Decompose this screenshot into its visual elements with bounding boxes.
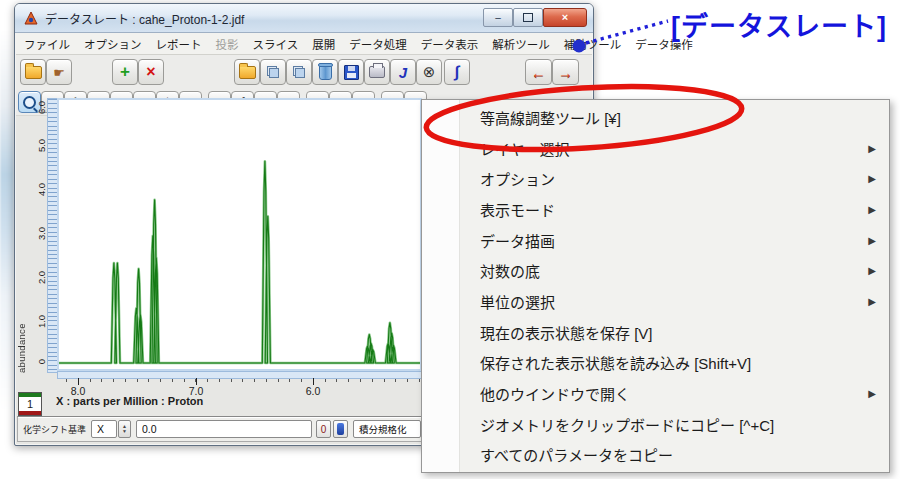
menu-item-copy-geometry[interactable]: ジオメトリをクリップボードにコピー [^+C]: [422, 409, 889, 440]
axis-status-text: X : parts per Million : Proton: [56, 395, 203, 407]
circle-x-icon: ⊗: [423, 63, 436, 81]
menu-data-processing[interactable]: データ処理: [349, 36, 407, 52]
context-menu: 等高線調整ツール [¥] レイヤー選択▶ オプション▶ 表示モード▶ データ描画…: [421, 99, 890, 473]
tools-button[interactable]: J: [390, 59, 416, 85]
menu-item-copy-all-params[interactable]: すべてのパラメータをコピー: [422, 439, 889, 470]
add-layer-button[interactable]: +: [260, 59, 286, 85]
integral-display-button[interactable]: ∫: [444, 59, 470, 85]
blue-pin-icon: [337, 423, 344, 435]
submenu-arrow-icon: ▶: [868, 296, 876, 307]
print-button[interactable]: [364, 59, 390, 85]
menu-data-display[interactable]: データ表示: [421, 36, 479, 52]
x-tick-label: 6.0: [298, 385, 328, 397]
axis-select-spinner[interactable]: ▲▼: [118, 420, 131, 438]
menu-slice[interactable]: スライス: [253, 36, 299, 52]
menu-expand[interactable]: 展開: [312, 36, 335, 52]
open-folder-icon: [25, 66, 42, 79]
discard-button[interactable]: [312, 59, 338, 85]
x-major-tick: [313, 378, 314, 385]
minimize-button[interactable]: –: [483, 8, 513, 27]
menu-item-save-view-state[interactable]: 現在の表示状態を保存 [V]: [422, 317, 889, 348]
menu-analysis-tools[interactable]: 解析ツール: [492, 36, 550, 52]
plus-icon: +: [120, 62, 130, 82]
close-button[interactable]: ×: [543, 8, 587, 27]
layers-add-icon: +: [267, 66, 279, 78]
y-axis-label: abundance: [16, 316, 29, 380]
titlebar[interactable]: データスレート : cahe_Proton-1-2.jdf – ×: [15, 4, 593, 33]
y-tick-label: 5.0: [36, 134, 47, 158]
save-icon: [344, 65, 359, 80]
menu-item-contour-tool[interactable]: 等高線調整ツール [¥]: [422, 102, 889, 133]
menu-item-open-other-window[interactable]: 他のウインドウで開く▶: [422, 378, 889, 409]
menu-item-unit-select[interactable]: 単位の選択▶: [422, 286, 889, 317]
menu-file[interactable]: ファイル: [24, 36, 70, 52]
magnifier-icon: [23, 96, 36, 109]
submenu-arrow-icon: ▶: [868, 143, 876, 154]
submenu-arrow-icon: ▶: [868, 173, 876, 184]
redo-button[interactable]: →: [552, 59, 579, 85]
trash-icon: [319, 65, 332, 80]
submenu-arrow-icon: ▶: [868, 204, 876, 215]
normalize-combo[interactable]: 積分規格化: [353, 420, 421, 438]
menu-item-log-base[interactable]: 対数の底▶: [422, 255, 889, 286]
submenu-arrow-icon: ▶: [868, 235, 876, 246]
submenu-arrow-icon: ▶: [868, 265, 876, 276]
pointing-finger-icon: ☛: [53, 65, 65, 80]
integral-icon: ∫: [455, 63, 459, 81]
menu-item-options[interactable]: オプション▶: [422, 163, 889, 194]
open-layer-button[interactable]: [234, 59, 260, 85]
window-title: データスレート : cahe_Proton-1-2.jdf: [45, 10, 244, 27]
undo-button[interactable]: ←: [525, 59, 552, 85]
y-tick-label: 0: [36, 350, 47, 374]
x-major-tick: [196, 378, 197, 385]
x-axis-ruler[interactable]: [57, 371, 424, 379]
page-selector-button[interactable]: 1: [18, 392, 42, 416]
shift-value-input[interactable]: [136, 420, 312, 438]
close-icon: ×: [562, 12, 568, 23]
y-tick-label: 1.0: [36, 310, 47, 334]
layers-remove-icon: −: [293, 66, 305, 78]
x-major-tick: [78, 378, 79, 385]
undo-arrow-icon: ←: [531, 64, 546, 81]
apply-shift-button[interactable]: [333, 420, 348, 438]
y-tick-label: 2.0: [36, 266, 47, 290]
delta-app-icon: [23, 10, 39, 26]
chemical-shift-ref-label: 化学シフト基準: [23, 423, 86, 436]
open-file-button[interactable]: [20, 59, 46, 85]
save-button[interactable]: [338, 59, 364, 85]
redo-arrow-icon: →: [558, 64, 573, 81]
submenu-arrow-icon: ▶: [868, 388, 876, 399]
remove-layer-button[interactable]: −: [286, 59, 312, 85]
menu-item-load-view-state[interactable]: 保存された表示状態を読み込み [Shift+V]: [422, 347, 889, 378]
annotation-label: [データスレート]: [671, 5, 887, 44]
axis-select-combo[interactable]: X: [91, 420, 117, 438]
printer-icon: [369, 66, 385, 78]
send-data-button[interactable]: ☛: [46, 59, 72, 85]
page-number: 1: [27, 398, 33, 410]
maximize-button[interactable]: [513, 8, 543, 27]
menu-item-layer-select[interactable]: レイヤー選択▶: [422, 133, 889, 164]
add-button[interactable]: +: [112, 59, 138, 85]
y-tick-label: 6.0: [36, 96, 47, 120]
maximize-icon: [523, 13, 533, 22]
menu-item-display-mode[interactable]: 表示モード▶: [422, 194, 889, 225]
close-data-button[interactable]: ⊗: [416, 59, 442, 85]
toolbar-main: ☛ + × + − J ⊗ ∫ ← →: [16, 55, 592, 88]
menu-projection: 投影: [216, 36, 239, 52]
nmr-spectrum: [59, 100, 420, 369]
y-tick-label: 4.0: [36, 178, 47, 202]
minimize-icon: –: [495, 13, 501, 23]
x-axis-ticks: [57, 379, 422, 384]
j-tool-icon: J: [399, 64, 407, 81]
open-folder-arrow-icon: [239, 66, 256, 79]
zero-button[interactable]: 0: [316, 420, 331, 438]
y-tick-label: 3.0: [36, 222, 47, 246]
menu-item-data-draw[interactable]: データ描画▶: [422, 225, 889, 256]
desktop-background-edge: [0, 30, 14, 410]
menu-bar: ファイル オプション レポート 投影 スライス 展開 データ処理 データ表示 解…: [16, 33, 592, 55]
menu-auxiliary-tools[interactable]: 補助ツール: [564, 36, 622, 52]
menu-options[interactable]: オプション: [84, 36, 142, 52]
delete-button[interactable]: ×: [138, 59, 164, 85]
menu-report[interactable]: レポート: [156, 36, 202, 52]
x-icon: ×: [146, 63, 155, 81]
